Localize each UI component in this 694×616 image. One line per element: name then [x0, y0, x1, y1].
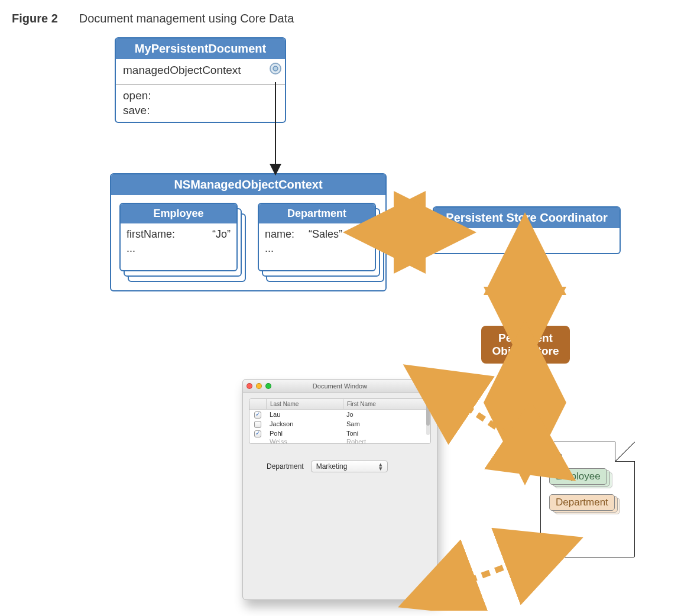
cell-last-name: Pohl: [266, 430, 343, 437]
department-attr-key: name:: [265, 227, 294, 241]
vertical-scrollbar[interactable]: [426, 400, 430, 435]
row-checkbox[interactable]: [254, 430, 261, 437]
persistent-document-method-save: save:: [123, 103, 278, 118]
employee-entity-title: Employee: [121, 204, 236, 223]
diagram-canvas: MyPersistentDocument managedObjectContex…: [12, 31, 680, 611]
cell-last-name: Lau: [266, 411, 343, 418]
row-checkbox[interactable]: [254, 411, 261, 419]
col-first-name[interactable]: First Name: [343, 399, 430, 409]
department-more: ...: [265, 241, 369, 255]
cell-last-name: Jackson: [266, 420, 343, 427]
employee-attr-value: “Jo”: [212, 227, 231, 241]
persistent-document-attr: managedObjectContext: [123, 63, 278, 78]
persistent-document-title: MyPersistentDocument: [116, 38, 285, 59]
arrow-window-file-bottom: [442, 554, 539, 591]
close-icon[interactable]: [247, 383, 252, 389]
managed-object-context-title: NSManagedObjectContext: [111, 174, 385, 195]
arrow-window-file-top: [442, 391, 537, 455]
table-row[interactable]: JacksonSam: [249, 419, 430, 429]
file-employee-pill: Employee: [549, 468, 607, 485]
persistent-object-store-line2: Object Store: [491, 345, 560, 358]
department-picker-value: Marketing: [316, 462, 348, 471]
figure-title: Document management using Core Data: [79, 12, 294, 25]
persistent-document-box: MyPersistentDocument managedObjectContex…: [115, 37, 286, 123]
table-header: Last Name First Name: [249, 399, 430, 410]
figure-label: Figure 2: [12, 12, 58, 25]
traffic-lights: [247, 383, 271, 389]
col-check: [249, 399, 266, 409]
window-titlebar: Document Window: [243, 380, 437, 393]
employee-table: Last Name First Name LauJoJacksonSamPohl…: [249, 398, 431, 444]
binding-dot-icon: [268, 61, 283, 76]
svg-point-1: [273, 66, 278, 71]
employee-attr-key: firstName:: [127, 227, 175, 241]
cell-first-name: Jo: [343, 411, 430, 418]
persistent-object-store-box: Persistent Object Store: [481, 326, 570, 364]
persistent-store-coordinator-title: Persistent Store Coordinator: [434, 208, 620, 228]
department-attr-value: “Sales”: [309, 227, 342, 241]
file-icon: file Employee Employee Employee Departme…: [540, 442, 635, 557]
table-row-cutoff: Weiss Robert: [249, 438, 430, 443]
table-row[interactable]: LauJo: [249, 410, 430, 419]
managed-object-context-box: NSManagedObjectContext Employee firstNam…: [110, 173, 387, 291]
employee-more: ...: [127, 241, 231, 255]
page-fold-icon: [615, 442, 635, 462]
employee-entity-stack: Employee firstName: “Jo” ...: [119, 203, 245, 286]
cell-first-name: Toni: [343, 430, 430, 437]
minimize-icon[interactable]: [256, 383, 262, 389]
document-window: Document Window Last Name First Name Lau…: [242, 379, 437, 600]
zoom-icon[interactable]: [265, 383, 271, 389]
persistent-object-store-line1: Persistent: [491, 332, 560, 345]
department-entity-stack: Department name: “Sales” ...: [258, 203, 383, 286]
window-title: Document Window: [243, 382, 437, 390]
file-employee-stack: Employee Employee Employee: [549, 468, 620, 488]
figure-heading: Figure 2 Document management using Core …: [12, 12, 682, 25]
persistent-store-coordinator-box: Persistent Store Coordinator ...: [433, 206, 621, 254]
row-checkbox[interactable]: [254, 421, 261, 428]
cell-first-name: Sam: [343, 420, 430, 427]
persistent-document-method-open: open:: [123, 88, 278, 103]
department-picker-label: Department: [267, 462, 304, 471]
file-department-pill: Department: [549, 494, 615, 511]
stepper-caret-icon: ▴▾: [379, 462, 382, 470]
file-department-stack: Department Department Department: [549, 494, 632, 514]
persistent-store-coordinator-body: ...: [434, 228, 620, 253]
department-entity-title: Department: [259, 204, 375, 223]
department-picker[interactable]: Marketing ▴▾: [311, 461, 388, 472]
col-last-name[interactable]: Last Name: [266, 399, 343, 409]
table-row[interactable]: PohlToni: [249, 429, 430, 438]
